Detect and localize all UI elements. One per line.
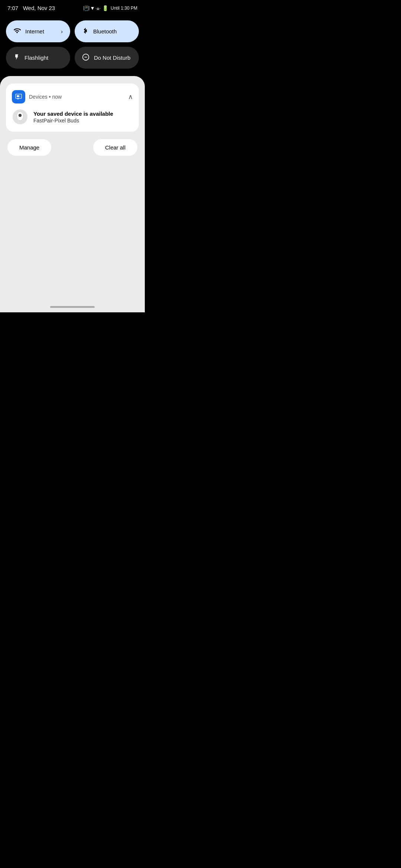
status-time-date: 7:07 Wed, Nov 23 [7,5,55,11]
notification-card: Devices • now ∧ Your saved device is ava… [6,83,139,132]
flashlight-tile[interactable]: Flashlight [6,47,70,69]
internet-tile[interactable]: Internet › [6,20,70,42]
internet-tile-label: Internet [25,28,44,34]
bluetooth-tile[interactable]: Bluetooth [75,20,139,42]
status-date: Wed, Nov 23 [23,5,55,11]
bluetooth-tile-label: Bluetooth [93,28,117,34]
notif-collapse-icon[interactable]: ∧ [128,93,133,101]
notif-app-name: Devices • now [29,94,62,100]
notif-device-icon [12,109,28,125]
dnd-tile[interactable]: Do Not Disturb [75,47,139,69]
wifi-icon: ▾ [91,4,94,11]
notif-body: Your saved device is available FastPair-… [12,109,133,125]
flashlight-tile-label: Flashlight [25,55,48,61]
flashlight-qs-icon [13,53,20,62]
clear-all-button[interactable]: Clear all [93,139,137,156]
dnd-qs-icon [82,53,89,62]
svg-point-7 [19,115,21,116]
notif-app-icon [12,90,25,103]
notif-header: Devices • now ∧ [12,90,133,103]
wifi-qs-icon [13,27,21,36]
status-bar: 7:07 Wed, Nov 23 📳 ▾ ▲ 🔋 Until 1:30 PM [0,0,145,14]
vibrate-icon: 📳 [83,5,89,11]
internet-chevron-icon: › [61,29,63,34]
notif-text: Your saved device is available FastPair-… [33,111,113,124]
battery-text: Until 1:30 PM [111,6,137,11]
dnd-tile-label: Do Not Disturb [94,55,130,61]
bluetooth-qs-icon [82,27,89,36]
battery-icon: 🔋 [102,5,108,11]
action-buttons: Manage Clear all [6,138,139,157]
home-bar [50,306,95,308]
signal-icon: ▲ [95,5,101,11]
notif-title: Your saved device is available [33,111,113,117]
quick-settings: Internet › Bluetooth Flashlight Do No [0,14,145,76]
manage-button[interactable]: Manage [7,139,51,156]
status-time: 7:07 [7,5,18,11]
notif-subtitle: FastPair-Pixel Buds [33,118,113,124]
svg-rect-3 [17,95,19,97]
home-indicator [0,299,145,312]
notification-shade: Devices • now ∧ Your saved device is ava… [0,76,145,299]
status-icons: 📳 ▾ ▲ 🔋 Until 1:30 PM [83,4,137,11]
notif-header-left: Devices • now [12,90,62,103]
